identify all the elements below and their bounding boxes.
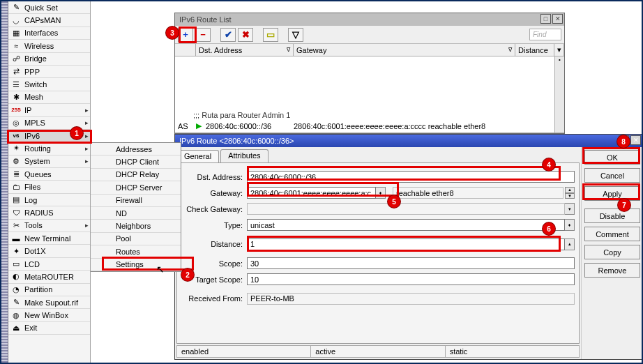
log-icon: ▤ — [10, 195, 22, 205]
sidebar-item-radius[interactable]: 🛡RADIUS — [8, 206, 90, 219]
input-check-gateway[interactable] — [247, 203, 565, 215]
window-maximize-button[interactable]: □ — [540, 14, 551, 24]
type-dropdown-button[interactable]: ♦ — [565, 219, 575, 231]
sidebar-item-log[interactable]: ▤Log — [8, 194, 90, 206]
submenu-addresses[interactable]: Addresses — [91, 143, 181, 156]
sidebar-label: Interfaces — [24, 29, 90, 37]
dialog-left-pane: General Attributes Dst. Address: 2806:40… — [175, 147, 581, 359]
gateway-dropdown-button[interactable]: ♦ — [376, 187, 386, 199]
disable-button[interactable]: Disable — [584, 208, 640, 223]
chevron-right-icon: ▸ — [83, 119, 90, 126]
window-close-button[interactable]: ✕ — [552, 14, 563, 24]
sidebar-item-queues[interactable]: ≣Queues — [8, 168, 90, 181]
submenu-label: Addresses — [116, 145, 152, 153]
sidebar-item-wireless[interactable]: ≈Wireless — [8, 40, 90, 52]
sidebar-label: New WinBox — [24, 311, 90, 319]
remove-button[interactable]: − — [195, 28, 211, 42]
distance-up-button[interactable]: ▴ — [565, 238, 575, 250]
submenu-dhcp-relay[interactable]: DHCP Relay — [91, 169, 181, 181]
sidebar-item-newwinbox[interactable]: ◍New WinBox — [8, 309, 90, 321]
ok-button[interactable]: OK — [584, 150, 640, 165]
enable-button[interactable]: ✔ — [220, 28, 236, 42]
mesh-icon: ✱ — [10, 92, 22, 102]
submenu-pool[interactable]: Pool — [91, 233, 181, 245]
col-flags[interactable] — [175, 44, 196, 56]
find-input[interactable]: Find — [529, 29, 561, 40]
col-menu[interactable]: ▾ — [554, 44, 564, 56]
apply-button[interactable]: Apply — [584, 186, 640, 201]
disable-button[interactable]: ✖ — [238, 28, 253, 42]
sidebar-item-mesh[interactable]: ✱Mesh — [8, 91, 90, 104]
sidebar-item-ip[interactable]: 255IP▸ — [8, 104, 90, 116]
input-distance[interactable]: 1 — [247, 238, 565, 250]
submenu-neighbors[interactable]: Neighbors — [91, 220, 181, 232]
add-button[interactable]: + — [178, 28, 193, 42]
route-list-window: IPv6 Route List □ ✕ + − ✔ ✖ ▭ ▽ Find Dst… — [174, 13, 565, 134]
filter-button[interactable]: ▽ — [288, 28, 303, 42]
label-scope: Scope: — [177, 259, 247, 268]
sidebar-item-bridge[interactable]: ☍Bridge — [8, 53, 90, 66]
sidebar-item-files[interactable]: 🗀Files — [8, 181, 90, 193]
sidebar-item-ppp[interactable]: ⇄PPP — [8, 66, 90, 78]
status-active: active — [311, 346, 445, 357]
input-gateway[interactable]: 2806:40c:6001:eeee:eeee:eeee:a:c — [247, 187, 376, 199]
sidebar-item-dot1x[interactable]: ✦Dot1X — [8, 245, 90, 257]
sidebar-item-system[interactable]: ⚙System▸ — [8, 156, 90, 168]
tab-attributes[interactable]: Attributes — [220, 149, 268, 162]
routing-icon: ✴ — [10, 144, 22, 153]
submenu-label: Routes — [116, 248, 140, 256]
tab-general[interactable]: General — [176, 150, 219, 163]
badge-4: 4 — [543, 158, 555, 171]
route-list-body[interactable]: ;;; Ruta para Router Admin 1 AS ▶ 2806:4… — [175, 56, 564, 133]
submenu-dhcp-server[interactable]: DHCP Server — [91, 181, 181, 194]
sidebar-item-capsman[interactable]: ◡CAPsMAN — [8, 14, 90, 26]
comment-button[interactable]: Comment — [584, 227, 640, 241]
copy-button[interactable]: Copy — [584, 245, 640, 259]
check-dropdown-button[interactable]: ▾ — [565, 203, 575, 215]
submenu-settings[interactable]: Settings — [91, 259, 181, 271]
route-row[interactable]: AS ▶ 2806:40c:6000::/36 2806:40c:6001:ee… — [175, 121, 564, 131]
submenu-routes[interactable]: Routes — [91, 245, 181, 258]
col-dst[interactable]: Dst. Address∇ — [196, 44, 294, 56]
badge-5: 5 — [388, 195, 400, 208]
cancel-button[interactable]: Cancel — [584, 168, 640, 183]
sidebar-item-lcd[interactable]: ▭LCD — [8, 258, 90, 271]
sidebar-label: IP — [24, 106, 83, 114]
input-dst-address[interactable]: 2806:40c:6000::/36 — [247, 171, 575, 183]
gateway-updown[interactable]: ▲▼ — [565, 187, 575, 199]
sidebar-item-supout[interactable]: ✎Make Supout.rif — [8, 296, 90, 309]
status-strip: enabled active static — [176, 345, 580, 358]
input-type[interactable]: unicast — [247, 219, 565, 231]
status-enabled: enabled — [177, 346, 311, 357]
sidebar-label: Make Supout.rif — [24, 298, 90, 307]
sidebar-item-interfaces[interactable]: ▦Interfaces — [8, 27, 90, 40]
main-sidebar: ✎Quick Set ◡CAPsMAN ▦Interfaces ≈Wireles… — [8, 1, 91, 363]
input-target-scope[interactable]: 10 — [247, 273, 575, 285]
comment-button[interactable]: ▭ — [263, 28, 278, 42]
scrollbar[interactable]: • — [554, 56, 564, 132]
sidebar-item-partition[interactable]: ◔Partition — [8, 284, 90, 296]
ip-icon: 255 — [10, 105, 22, 115]
sidebar-item-exit[interactable]: ⏏Exit — [8, 322, 90, 335]
sidebar-label: MPLS — [24, 119, 83, 127]
sidebar-item-switch[interactable]: ☰Switch — [8, 78, 90, 91]
col-gateway[interactable]: Gateway∇ — [294, 44, 515, 56]
submenu-nd[interactable]: ND — [91, 207, 181, 220]
chevron-right-icon: ▸ — [83, 222, 90, 229]
col-distance[interactable]: Distance — [515, 44, 554, 56]
chevron-right-icon: ▸ — [83, 158, 90, 165]
sidebar-item-metarouter[interactable]: ◐MetaROUTER — [8, 271, 90, 283]
sidebar-item-tools[interactable]: ✂Tools▸ — [8, 220, 90, 232]
exit-icon: ⏏ — [10, 323, 22, 333]
sidebar-item-quickset[interactable]: ✎Quick Set — [8, 1, 90, 14]
window-close-button[interactable]: ✕ — [630, 135, 641, 145]
submenu-firewall[interactable]: Firewall — [91, 195, 181, 207]
submenu-dhcp-client[interactable]: DHCP Client — [91, 156, 181, 168]
col-label: Distance — [518, 46, 548, 54]
metarouter-icon: ◐ — [10, 272, 22, 282]
sidebar-item-routing[interactable]: ✴Routing▸ — [8, 142, 90, 155]
switch-icon: ☰ — [10, 79, 22, 89]
remove-button[interactable]: Remove — [584, 263, 640, 278]
input-scope[interactable]: 30 — [247, 257, 575, 269]
sidebar-item-terminal[interactable]: ▬New Terminal — [8, 232, 90, 245]
